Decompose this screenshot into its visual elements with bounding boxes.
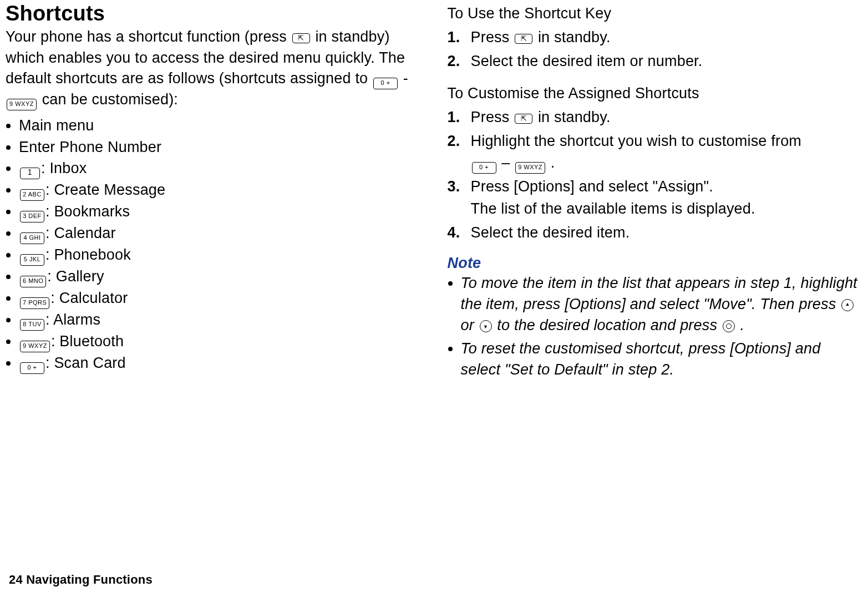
list-item: 5 JKL: Phonebook xyxy=(19,244,421,266)
step-body: Highlight the shortcut you wish to custo… xyxy=(471,130,863,174)
step-item: 1. Press in standby. xyxy=(448,107,863,128)
item-label: Enter Phone Number xyxy=(19,139,161,155)
list-item: 2 ABC: Create Message xyxy=(19,179,421,201)
use-steps: 1. Press in standby. 2. Select the desir… xyxy=(448,27,863,72)
page-footer: 24 Navigating Functions xyxy=(9,573,153,587)
range-separator: – xyxy=(501,154,514,171)
key-7-icon: 7 PQRS xyxy=(20,297,49,309)
list-item: 4 GHI: Calendar xyxy=(19,222,421,244)
step-text: in standby. xyxy=(538,109,611,125)
step-body: Press in standby. xyxy=(471,107,863,128)
step-body: Select the desired item. xyxy=(471,222,863,244)
step-body: Press [Options] and select "Assign". The… xyxy=(471,176,863,220)
key-4-icon: 4 GHI xyxy=(20,232,44,244)
step-text: Press xyxy=(471,29,514,45)
note-item: To move the item in the list that appear… xyxy=(461,273,863,336)
list-item: 6 MNO: Gallery xyxy=(19,266,421,287)
key-8-icon: 8 TUV xyxy=(20,319,44,331)
intro-text-4: can be customised): xyxy=(42,91,178,108)
note-text: . xyxy=(740,317,745,333)
step-number: 2. xyxy=(448,50,471,72)
key-0-icon: 0 + xyxy=(20,362,44,374)
note-text: To move the item in the list that appear… xyxy=(461,275,857,312)
note-text: or xyxy=(461,317,479,333)
list-item: 3 DEF: Bookmarks xyxy=(19,201,421,222)
step-text: Press [Options] and select "Assign". xyxy=(471,178,714,195)
key-3-icon: 3 DEF xyxy=(20,211,44,222)
step-number: 4. xyxy=(448,222,471,244)
nav-center-icon xyxy=(723,320,735,332)
note-list: To move the item in the list that appear… xyxy=(448,273,863,380)
intro-text-1: Your phone has a shortcut function (pres… xyxy=(6,28,291,45)
item-label: Bookmarks xyxy=(54,203,130,220)
use-shortcut-heading: To Use the Shortcut Key xyxy=(448,3,863,24)
step-body: Select the desired item or number. xyxy=(471,50,863,72)
step-number: 1. xyxy=(448,107,471,128)
step-number: 2. xyxy=(448,130,471,174)
step-text: Highlight the shortcut you wish to custo… xyxy=(471,133,802,149)
step-text: Select the desired item or number. xyxy=(471,53,703,69)
nav-down-icon xyxy=(480,320,492,332)
intro-paragraph: Your phone has a shortcut function (pres… xyxy=(6,27,421,111)
section-title: Shortcuts xyxy=(6,2,421,26)
key-0-icon: 0 + xyxy=(472,162,496,174)
right-column: To Use the Shortcut Key 1. Press in stan… xyxy=(448,2,863,382)
list-item: 1: Inbox xyxy=(19,158,421,179)
step-text: Select the desired item. xyxy=(471,224,630,241)
item-label: Alarms xyxy=(53,311,100,328)
list-item: Enter Phone Number xyxy=(19,136,421,158)
item-label: Gallery xyxy=(56,268,104,285)
step-number: 1. xyxy=(448,27,471,48)
step-body: Press in standby. xyxy=(471,27,863,48)
step-item: 3. Press [Options] and select "Assign". … xyxy=(448,176,863,220)
item-label: Calendar xyxy=(54,225,115,241)
step-item: 2. Select the desired item or number. xyxy=(448,50,863,72)
key-1-icon: 1 xyxy=(20,168,40,179)
step-subnote: The list of the available items is displ… xyxy=(471,199,863,220)
footer-title: Navigating Functions xyxy=(26,573,153,586)
item-label: Calculator xyxy=(59,290,128,306)
list-item: 9 WXYZ: Bluetooth xyxy=(19,331,421,352)
note-text: To reset the customised shortcut, press … xyxy=(461,340,821,378)
key-9-icon: 9 WXYZ xyxy=(515,162,545,174)
step-item: 4. Select the desired item. xyxy=(448,222,863,244)
range-separator: - xyxy=(403,70,408,87)
step-item: 1. Press in standby. xyxy=(448,27,863,48)
shortcut-key-icon xyxy=(292,33,310,43)
step-text: . xyxy=(551,154,555,171)
customise-steps: 1. Press in standby. 2. Highlight the sh… xyxy=(448,107,863,244)
item-label: Scan Card xyxy=(54,355,125,371)
list-item: 8 TUV: Alarms xyxy=(19,309,421,331)
key-0-icon: 0 + xyxy=(373,78,398,89)
list-item: 7 PQRS: Calculator xyxy=(19,287,421,309)
shortcut-key-icon xyxy=(515,34,532,44)
list-item: 0 +: Scan Card xyxy=(19,352,421,374)
left-column: Shortcuts Your phone has a shortcut func… xyxy=(6,2,421,382)
list-item: Main menu xyxy=(19,115,421,136)
item-label: Phonebook xyxy=(54,246,130,263)
key-6-icon: 6 MNO xyxy=(20,276,46,287)
step-text: in standby. xyxy=(538,29,611,45)
key-2-icon: 2 ABC xyxy=(20,189,44,201)
step-number: 3. xyxy=(448,176,471,220)
note-text: to the desired location and press xyxy=(497,317,722,333)
customise-heading: To Customise the Assigned Shortcuts xyxy=(448,83,863,104)
key-9-icon: 9 WXYZ xyxy=(20,341,50,352)
key-9-icon: 9 WXYZ xyxy=(7,99,37,110)
shortcut-list: Main menu Enter Phone Number 1: Inbox 2 … xyxy=(6,115,421,374)
step-text: Press xyxy=(471,109,514,125)
step-item: 2. Highlight the shortcut you wish to cu… xyxy=(448,130,863,174)
note-heading: Note xyxy=(448,255,863,272)
nav-up-icon xyxy=(841,299,854,311)
shortcut-key-icon xyxy=(515,114,532,124)
item-label: Main menu xyxy=(19,117,94,134)
item-label: Create Message xyxy=(54,181,165,198)
item-label: Bluetooth xyxy=(59,333,124,350)
page-number: 24 xyxy=(9,573,23,586)
item-label: Inbox xyxy=(49,160,87,176)
key-5-icon: 5 JKL xyxy=(20,254,44,266)
note-item: To reset the customised shortcut, press … xyxy=(461,338,863,381)
